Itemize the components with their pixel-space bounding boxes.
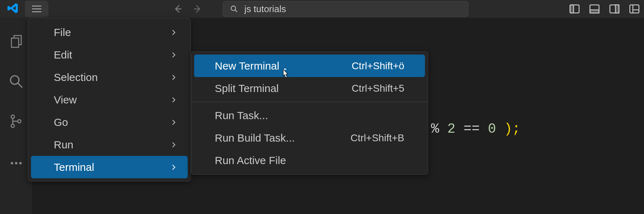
vscode-logo-icon <box>6 2 19 16</box>
source-control-icon <box>8 113 24 129</box>
source-control-activity[interactable] <box>7 112 25 131</box>
submenu-item-shortcut: Ctrl+Shift+B <box>350 132 404 144</box>
toggle-primary-sidebar-icon[interactable] <box>568 3 581 15</box>
menu-item-go[interactable]: Go <box>28 111 191 133</box>
svg-point-11 <box>18 119 21 123</box>
submenu-item-shortcut: Ctrl+Shift+ö <box>352 60 404 72</box>
more-activity[interactable] <box>7 152 25 170</box>
activity-bar <box>0 18 32 214</box>
menu-item-label: Go <box>54 116 68 128</box>
chevron-right-icon <box>171 52 177 58</box>
chevron-right-icon <box>171 97 177 103</box>
svg-rect-4 <box>590 10 599 13</box>
search-icon <box>8 73 24 89</box>
submenu-item-label: Run Active File <box>215 154 286 167</box>
ellipsis-icon <box>11 162 22 164</box>
menu-item-view[interactable]: View <box>28 88 191 111</box>
search-activity[interactable] <box>7 72 25 91</box>
menu-item-terminal[interactable]: Terminal <box>31 156 188 178</box>
svg-rect-7 <box>630 5 639 13</box>
main-menu-dropdown: File Edit Selection View Go Run Termin <box>28 18 191 182</box>
menu-item-label: Edit <box>54 49 72 61</box>
submenu-item-new-terminal[interactable]: New Terminal Ctrl+Shift+ö <box>194 55 425 77</box>
menu-item-run[interactable]: Run <box>28 133 191 156</box>
submenu-item-label: Run Build Task... <box>215 132 295 144</box>
chevron-right-icon <box>171 119 177 126</box>
titlebar: js tutorials <box>0 0 644 18</box>
svg-point-9 <box>11 115 14 118</box>
nav-back-icon[interactable] <box>173 4 183 14</box>
menu-item-file[interactable]: File <box>28 21 191 44</box>
menu-item-label: Run <box>54 139 73 151</box>
submenu-item-label: Split Terminal <box>215 82 279 95</box>
search-text: js tutorials <box>244 4 286 15</box>
submenu-item-split-terminal[interactable]: Split Terminal Ctrl+Shift+5 <box>191 77 428 100</box>
files-icon <box>8 34 24 49</box>
search-icon <box>230 5 238 13</box>
menu-item-label: Terminal <box>54 161 94 173</box>
explorer-activity[interactable] <box>7 32 25 51</box>
hamburger-icon <box>32 6 41 12</box>
menu-item-selection[interactable]: Selection <box>28 66 191 88</box>
editor-code-fragment: % 2 == 0 ); <box>431 121 520 137</box>
submenu-divider <box>191 102 428 102</box>
menu-item-label: File <box>54 26 71 39</box>
chevron-right-icon <box>171 74 177 81</box>
terminal-submenu: New Terminal Ctrl+Shift+ö Split Terminal… <box>191 51 428 175</box>
chevron-right-icon <box>171 142 177 148</box>
submenu-item-label: New Terminal <box>215 60 279 72</box>
submenu-item-label: Run Task... <box>215 109 268 122</box>
submenu-item-run-active-file[interactable]: Run Active File <box>191 149 428 172</box>
customize-layout-icon[interactable] <box>628 3 640 15</box>
menu-item-label: Selection <box>54 71 98 83</box>
submenu-item-run-build-task[interactable]: Run Build Task... Ctrl+Shift+B <box>191 127 428 149</box>
submenu-item-run-task[interactable]: Run Task... <box>191 104 428 127</box>
chevron-right-icon <box>171 29 177 36</box>
svg-point-10 <box>11 124 14 127</box>
chevron-right-icon <box>171 164 177 170</box>
layout-icons <box>568 3 640 15</box>
menu-item-edit[interactable]: Edit <box>28 44 191 66</box>
svg-rect-6 <box>616 5 619 13</box>
nav-arrows <box>173 4 203 14</box>
svg-rect-2 <box>570 5 573 13</box>
submenu-item-shortcut: Ctrl+Shift+5 <box>352 83 404 94</box>
hamburger-menu-button[interactable] <box>25 1 48 17</box>
menu-item-label: View <box>54 94 77 106</box>
nav-forward-icon[interactable] <box>193 4 203 14</box>
search-box[interactable]: js tutorials <box>223 1 468 17</box>
toggle-secondary-sidebar-icon[interactable] <box>608 3 620 15</box>
toggle-panel-icon[interactable] <box>588 3 601 15</box>
